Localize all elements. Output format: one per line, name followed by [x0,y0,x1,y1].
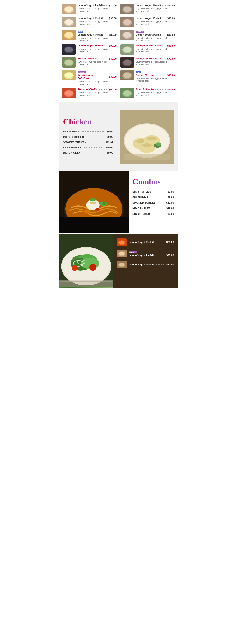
menu-item: Multigrain Hot Cereal $30.00 Layered wit… [120,44,175,55]
menu-item-price: $50.00 [109,88,117,91]
menu-item-thumbnail [62,17,76,27]
menu-item-image [62,57,76,68]
chicken-menu-price: $9.99 [107,130,113,133]
svg-point-72 [89,264,96,271]
menu-item: New Lemon Yogurt Parfait $30.00 Layered … [62,30,117,42]
chicken-menu-name: KID SAMPLER [63,146,81,149]
price-dots [155,75,166,75]
price-dots [162,18,166,18]
menu-item-description: Layered with two fried eggs, roasted tom… [136,37,175,42]
price-dots [162,35,166,35]
menu-item-image [120,88,134,98]
menu-item-description: Layered with two fried eggs, roasted tom… [136,92,175,96]
price-dots [162,58,166,59]
menu-item-price: $30.00 [167,17,175,20]
menu-item: Lemon Yogurt Parfait $30.00 Layered with… [120,4,175,14]
menu-item-image [62,4,76,14]
menu-item: Special Lemon Yogurt Parfait $30.00 Laye… [120,30,175,42]
menu-item-description: Layered with two fried eggs, roasted tom… [136,61,175,66]
chicken-menu-item: BIG MOMMA $9.99 [63,130,113,133]
dark-menu-thumbnail [117,238,127,246]
dark-menu-header: Lemon Yogurt Parfait $30.00 [128,263,174,266]
svg-point-23 [123,47,131,52]
menu-item-name: Lemon Yogurt Parfait [78,44,103,48]
menu-item: Multigrain Hot Cereal $70.00 Layered wit… [120,57,175,68]
menu-badge: New [78,30,83,33]
menu-item-price-line: Redwine and Colddrink $30.00 [78,74,117,80]
combos-image-container [59,171,128,234]
menu-item-price-line: Lemon Yogurt Parfait $30.00 [78,33,117,36]
menu-item-price: $30.00 [109,34,117,36]
menu-item-price-line: Lemon Yogurt Parfait $30.00 [136,17,175,20]
menu-item-info: Lemon Yogurt Parfait $30.00 Layered with… [78,17,117,25]
svg-rect-75 [60,281,112,282]
svg-point-61 [90,198,96,201]
price-dots [162,46,166,46]
chicken-left: Chicken BIG MOMMA $9.99 BIG SAMPLER $9.9… [63,117,113,156]
menu-item-name: Lemon Yogurt Parfait [78,17,103,20]
dark-menu-name: Lemon Yogurt Parfait [128,263,154,266]
chicken-menu-dots [86,137,105,137]
menu-item-thumbnail [120,17,134,27]
combos-menu-price: $9.99 [168,190,174,193]
menu-badge: New [136,71,141,73]
combos-menu-dots [152,192,166,192]
chicken-title: Chicken [63,117,113,126]
svg-point-59 [84,210,90,213]
menu-item-image [62,17,76,27]
combos-menu-name: KID SAMPLER [132,207,151,210]
dark-menu-item: Lemon Yogurt Parfait $30.00 [117,238,174,246]
dark-menu-item: Lemon Yogurt Parfait $30.00 [117,261,174,268]
menu-item: Special Redwine and Colddrink $30.00 Lay… [62,70,117,86]
combos-menu-name: SMOKED TURKEY [132,201,156,204]
menu-item-description: Layered with two fried eggs, roasted tom… [78,48,117,53]
menu-item-info: Multigrain Hot Cereal $30.00 Layered wit… [136,44,175,53]
dark-menu-info: Special Lemon Yogurt Parfait $30.00 [128,250,174,257]
chicken-menu-item: SMOKED TURKEY $12.99 [63,141,113,144]
menu-item-price-line: Lemon Yogurt Parfait $30.00 [136,4,175,7]
menu-item-thumbnail [62,88,76,98]
chicken-image-container [120,110,174,164]
svg-point-41 [123,90,131,96]
menu-item-name: Lemon Yogurt Parfait [78,33,103,36]
menu-item-price-line: French Crostini $49.00 [78,57,117,60]
menu-item-thumbnail [120,44,134,55]
menu-item-info: French Crostini $49.00 Layered with two … [78,57,117,66]
chicken-menu-name: SMOKED TURKEY [63,141,86,144]
dark-menu-dots [156,264,164,264]
svg-point-38 [65,90,73,96]
menu-item-price-line: Multigrain Hot Cereal $70.00 [136,57,175,60]
menu-item-name: Multigrain Hot Cereal [136,57,161,60]
menu-item-thumbnail [62,57,76,68]
menu-item-price: $30.00 [109,44,117,47]
menu-item: Branch Special $30.00 Layered with two f… [120,88,175,98]
combos-section: Combos BIG SAMPLER $9.99 BIG MOMMA $9.99… [59,171,178,234]
menu-item-image [120,4,134,14]
dark-menu-badge: Special [128,251,137,254]
svg-point-78 [119,240,124,244]
menu-item-info: Special Redwine and Colddrink $30.00 Lay… [78,70,117,86]
menu-item-description: Layered with two fried eggs, roasted tom… [136,8,175,12]
dark-menu-price: $30.00 [166,241,174,244]
combos-menu-list: BIG SAMPLER $9.99 BIG MOMMA $9.99 SMOKED… [132,190,174,215]
chicken-menu-name: BIG SAMPLER [63,135,84,138]
svg-point-5 [123,6,131,12]
combos-menu-dots [150,197,166,197]
menu-grid: Lemon Yogurt Parfait $30.00 Layered with… [62,4,175,98]
menu-item-price: $30.00 [109,4,117,7]
menu-item-image [120,30,134,40]
page-wrapper: Lemon Yogurt Parfait $30.00 Layered with… [59,0,178,288]
dark-section: Lemon Yogurt Parfait $30.00 Special Lemo… [59,234,178,288]
menu-item-image [120,70,134,80]
menu-item: Lemon Yogurt Parfait $30.00 Layered with… [62,44,117,55]
combos-menu-name: BIG MOMMA [132,196,148,199]
dark-menu-info: Lemon Yogurt Parfait $30.00 [128,241,174,244]
menu-item-description: Layered with two fried eggs, roasted tom… [78,20,117,25]
price-dots [104,35,108,35]
menu-item-price-line: Multigrain Hot Cereal $30.00 [136,44,175,48]
dark-menu-price: $30.00 [166,254,174,257]
menu-item: Lemon Yogurt Parfait $30.00 Layered with… [62,17,117,27]
menu-item-image [62,44,76,55]
dark-menu-name: Lemon Yogurt Parfait [128,254,154,257]
menu-item-price-line: Lemon Yogurt Parfait $30.00 [78,44,117,48]
